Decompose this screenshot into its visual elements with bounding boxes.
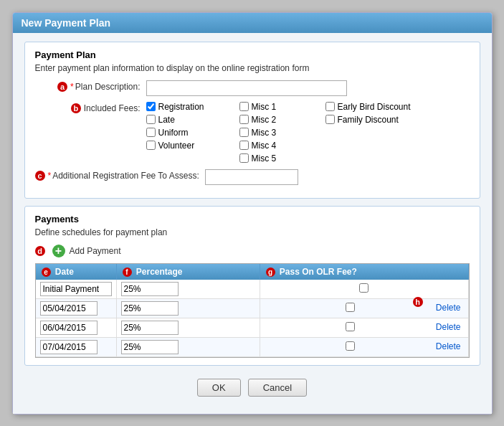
checkbox-registration-input[interactable] [146,102,156,111]
checkbox-registration[interactable]: Registration [146,102,239,112]
checkbox-misc1-label: Misc 1 [252,102,277,112]
ok-button[interactable]: OK [197,379,241,397]
payment-plan-section: Payment Plan Enter payment plan informat… [24,42,480,199]
payments-table: e Date f Percentage g Pass On OLR Fee? [36,264,469,357]
cell-pass-olr: h Delete [260,298,468,318]
checkbox-misc3-input[interactable] [239,128,249,137]
pass-olr-checkbox-4[interactable] [346,341,355,351]
add-payment-row: d + Add Payment [35,245,470,257]
col-date-label: Date [55,267,74,277]
checkbox-family[interactable]: Family Discount [325,115,440,125]
checkbox-registration-label: Registration [158,102,204,112]
payments-table-wrapper[interactable]: e Date f Percentage g Pass On OLR Fee? [35,263,470,358]
pass-olr-checkbox-1[interactable] [359,283,369,293]
cell-percentage [116,318,260,337]
checkbox-misc1[interactable]: Misc 1 [239,102,325,112]
additional-fee-row: c * Additional Registration Fee To Asses… [35,169,470,185]
checkbox-late[interactable]: Late [146,115,239,125]
checkbox-late-input[interactable] [146,115,156,124]
pct-input-2[interactable] [121,301,179,316]
col-g-letter: g [266,268,275,277]
date-input-2[interactable] [40,301,98,316]
cell-pass-olr: Delete [260,318,468,337]
new-payment-plan-dialog: New Payment Plan Payment Plan Enter paym… [12,12,493,415]
table-row: Delete [36,337,469,356]
col-e-letter: e [42,268,51,277]
checkbox-misc3-label: Misc 3 [252,128,277,138]
col-percentage-label: Percentage [136,267,183,277]
checkbox-misc2-label: Misc 2 [252,115,277,125]
pass-olr-checkbox-2[interactable] [346,303,355,312]
additional-fee-input[interactable] [205,169,298,185]
col-pass-olr: g Pass On OLR Fee? [260,264,468,280]
label-a: a [57,82,67,92]
checkbox-uniform-label: Uniform [158,128,189,138]
checkbox-misc2[interactable]: Misc 2 [239,115,325,125]
checkbox-earlybird[interactable]: Early Bird Discount [325,102,440,112]
checkbox-misc5[interactable]: Misc 5 [239,153,325,164]
pct-input-4[interactable] [121,340,179,354]
cell-pass-olr [260,280,468,299]
payments-heading: Payments [35,214,470,224]
col-pass-olr-label: Pass On OLR Fee? [280,267,357,277]
date-input-4[interactable] [40,340,98,354]
delete-link-2[interactable]: Delete [436,303,461,313]
pct-input-1[interactable] [121,282,179,296]
payments-desc: Define schedules for payment plan [35,227,470,237]
checkbox-late-label: Late [158,115,175,125]
checkbox-misc1-input[interactable] [239,102,249,111]
additional-fee-label: Additional Registration Fee To Assess: [52,171,199,181]
payments-section: Payments Define schedules for payment pl… [24,206,480,366]
plan-description-input[interactable] [146,80,347,96]
checkbox-misc4[interactable]: Misc 4 [239,141,325,151]
checkbox-volunteer-input[interactable] [146,141,156,150]
checkbox-uniform[interactable]: Uniform [146,128,239,138]
dialog-footer: OK Cancel [24,373,480,405]
dialog-title: New Payment Plan [13,13,492,33]
cell-date [36,298,117,318]
included-fees-label: Included Fees: [84,103,141,113]
label-c: c [35,171,45,181]
pct-input-3[interactable] [121,321,179,335]
checkbox-misc5-input[interactable] [239,153,249,163]
cancel-button[interactable]: Cancel [248,379,307,397]
table-row: Delete [36,318,469,337]
checkbox-misc4-input[interactable] [239,141,249,150]
checkbox-family-input[interactable] [325,115,335,124]
label-h: h [413,297,423,307]
cell-pass-olr: Delete [260,337,468,356]
checkboxes-grid: Registration Misc 1 Early Bird Discount [146,102,470,164]
cell-date [36,337,117,356]
checkbox-earlybird-label: Early Bird Discount [338,102,411,112]
checkbox-volunteer[interactable]: Volunteer [146,141,239,151]
required-star-a: * [70,82,74,92]
table-row [36,280,469,299]
col-date: e Date [36,264,117,280]
label-b: b [71,103,81,113]
checkbox-misc4-label: Misc 4 [252,141,277,151]
cell-date [36,280,117,299]
checkbox-volunteer-label: Volunteer [158,141,195,151]
table-row: h Delete [36,298,469,318]
checkbox-uniform-input[interactable] [146,128,156,137]
checkbox-misc3[interactable]: Misc 3 [239,128,325,138]
payment-plan-heading: Payment Plan [35,49,470,60]
date-input-3[interactable] [40,321,98,335]
checkbox-misc2-input[interactable] [239,115,249,124]
cell-date [36,318,117,337]
delete-link-4[interactable]: Delete [436,341,461,351]
plan-desc-label: Plan Description: [75,82,141,92]
delete-link-3[interactable]: Delete [436,322,461,332]
cell-percentage [116,280,260,299]
checkbox-earlybird-input[interactable] [325,102,335,111]
checkbox-family-label: Family Discount [338,115,399,125]
col-percentage: f Percentage [116,264,260,280]
date-input-1[interactable] [40,282,112,296]
plan-description-row: a * Plan Description: [35,80,470,96]
payment-plan-desc: Enter payment plan information to displa… [35,63,470,73]
cell-percentage [116,337,260,356]
checkbox-misc5-label: Misc 5 [252,153,277,164]
pass-olr-checkbox-3[interactable] [346,322,355,331]
add-payment-icon[interactable]: + [52,245,65,257]
included-fees-row: b Included Fees: Registration Misc 1 [35,102,470,164]
